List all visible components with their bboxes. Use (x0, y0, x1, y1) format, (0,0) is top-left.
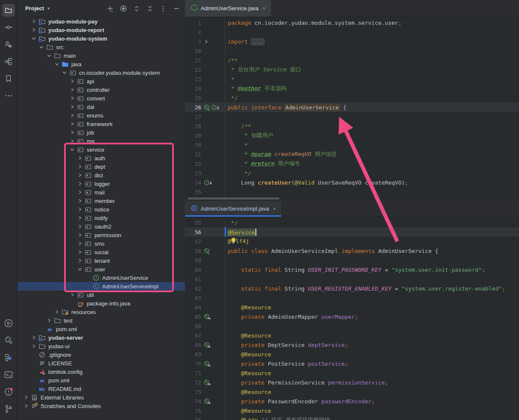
code-line-72[interactable]: 72 private PermissionService permissionS… (185, 378, 519, 387)
code-line-28[interactable]: 28 /** (185, 121, 519, 131)
pull-requests-icon[interactable]: ? (0, 36, 17, 53)
tree-item-mq[interactable]: mq (18, 137, 185, 145)
chevron-right-icon[interactable] (76, 256, 84, 265)
tab-adminuserservice[interactable]: I AdminUserService.java × (185, 0, 271, 17)
code-line-62[interactable]: 62 static final String USER_REGISTER_ENA… (185, 284, 519, 293)
code-line-63[interactable]: 63 (185, 293, 519, 303)
code-line-65[interactable]: 65 private AdminUserMapper userMapper; (185, 312, 519, 321)
problems-icon[interactable] (0, 383, 17, 400)
code-line-31[interactable]: 31 * @param createReqVO 用户信息 (185, 150, 519, 159)
code-line-2[interactable]: 2 (185, 27, 519, 37)
chevron-right-icon[interactable] (76, 154, 84, 162)
tree-item-controller[interactable]: controller (18, 85, 185, 94)
code-line-56[interactable]: 56@Service (185, 227, 519, 237)
tree-item-job[interactable]: job (18, 128, 185, 137)
tree-item-member[interactable]: member (18, 197, 185, 205)
chevron-down-icon[interactable] (29, 34, 38, 43)
code-line-32[interactable]: 32 * @return 用户编号 (185, 159, 519, 168)
tree-item-tenant[interactable]: tenant (18, 256, 185, 265)
code-line-74[interactable]: 74 private PasswordEncoder passwordEncod… (185, 397, 519, 406)
tree-item-cn-iocoder-yudao-module-system[interactable]: cn.iocoder.yudao.module.system (18, 68, 185, 77)
fold-chevron-icon[interactable] (204, 39, 208, 44)
chevron-right-icon[interactable] (68, 291, 76, 299)
tree-item-adminuserserviceimpl[interactable]: CAdminUserServiceImpl (18, 282, 185, 291)
tree-item-notice[interactable]: notice (18, 205, 185, 214)
horizontal-scrollbar[interactable] (188, 197, 279, 200)
code-line-34[interactable]: 34I Long createUser(@Valid UserSaveReqVO… (185, 178, 519, 187)
code-line-26[interactable]: 26Ipublic interface AdminUserService { (185, 103, 519, 112)
chevron-right-icon[interactable] (76, 171, 84, 179)
chevron-right-icon[interactable] (29, 333, 38, 342)
chevron-right-icon[interactable] (68, 128, 76, 137)
code-line-75[interactable]: 75 @Resource (185, 406, 519, 415)
bean-icon[interactable] (204, 104, 210, 111)
editor-adminuserservice[interactable]: 1package cn.iocoder.yudao.module.system.… (185, 17, 519, 201)
chevron-right-icon[interactable] (76, 222, 84, 231)
tree-item-sms[interactable]: sms (18, 239, 185, 248)
chevron-right-icon[interactable] (53, 308, 61, 316)
code-line-20[interactable]: 20 (185, 46, 519, 56)
autowired-icon[interactable] (204, 314, 211, 320)
chevron-down-icon[interactable] (60, 68, 68, 77)
code-line-58[interactable]: 58public class AdminUserServiceImpl impl… (185, 246, 519, 256)
add-icon[interactable] (105, 3, 115, 14)
tab-adminuserserviceimpl[interactable]: C AdminUserServiceImpl.java × (185, 201, 281, 217)
tree-item-main[interactable]: main (18, 51, 185, 60)
chevron-right-icon[interactable] (68, 94, 76, 103)
tree-item-package-info-java[interactable]: package-info.java (18, 299, 185, 308)
tree-item-user[interactable]: user (18, 265, 185, 273)
tree-item-pom-xml[interactable]: mpom.xml (18, 376, 185, 385)
code-line-23[interactable]: 23 * (185, 74, 519, 84)
tree-item-convert[interactable]: convert (18, 94, 185, 103)
close-icon[interactable]: × (272, 206, 276, 212)
chevron-right-icon[interactable] (68, 111, 76, 120)
code-line-25[interactable]: 25 */ (185, 93, 519, 103)
autowired-icon[interactable] (204, 361, 211, 367)
tree-item-readme-md[interactable]: MREADME.md (18, 385, 185, 393)
chevron-right-icon[interactable] (45, 316, 53, 325)
tree-item-auth[interactable]: auth (18, 154, 185, 162)
code-line-35[interactable]: 35 (185, 187, 519, 197)
tree-item-yudao-server[interactable]: yudao-server (18, 333, 185, 342)
close-icon[interactable]: × (261, 5, 266, 12)
tree-item-api[interactable]: api (18, 77, 185, 85)
tree-item-social[interactable]: social (18, 248, 185, 256)
code-line-67[interactable]: 67 @Resource (185, 331, 519, 340)
tree-item-logger[interactable]: logger (18, 179, 185, 188)
tree-item-dict[interactable]: dict (18, 171, 185, 179)
intention-bulb-icon[interactable] (230, 237, 237, 245)
chevron-right-icon[interactable] (76, 239, 84, 248)
tree-item-service[interactable]: service (18, 145, 185, 154)
code-line-1[interactable]: 1package cn.iocoder.yudao.module.system.… (185, 18, 519, 27)
tree-item-test[interactable]: test (18, 316, 185, 325)
code-line-57[interactable]: 57@lf4j (185, 237, 519, 246)
chevron-right-icon[interactable] (68, 120, 76, 128)
collapse-all-icon[interactable] (145, 3, 155, 14)
tree-item-license[interactable]: LICENSE (18, 359, 185, 367)
chevron-down-icon[interactable] (45, 51, 53, 60)
locate-icon[interactable] (118, 3, 129, 14)
chevron-right-icon[interactable] (76, 231, 84, 239)
code-line-66[interactable]: 66 (185, 321, 519, 331)
chevron-right-icon[interactable] (68, 77, 76, 85)
code-line-22[interactable]: 22 * 后台用户 Service 接口 (185, 65, 519, 74)
tree-item-yudao-ui[interactable]: yudao-ui (18, 342, 185, 350)
tree-item-enums[interactable]: enums (18, 111, 185, 120)
chevron-right-icon[interactable] (76, 248, 84, 256)
tree-item-scratches-and-consoles[interactable]: Scratches and Consoles (18, 402, 185, 410)
tree-item-src[interactable]: src (18, 43, 185, 51)
chevron-right-icon[interactable] (29, 342, 38, 350)
terminal-icon[interactable] (0, 366, 17, 383)
commit-icon[interactable] (0, 19, 17, 36)
code-line-71[interactable]: 71 @Resource (185, 368, 519, 378)
project-panel-title[interactable]: Project (25, 5, 44, 12)
implementations-icon[interactable]: I (204, 179, 213, 186)
chevron-right-icon[interactable] (22, 393, 30, 402)
chevron-right-icon[interactable] (29, 26, 38, 34)
code-line-3[interactable]: 3import ... (185, 37, 519, 46)
tree-item-adminuserservice[interactable]: IAdminUserService (18, 273, 185, 282)
chevron-down-icon[interactable] (76, 265, 84, 273)
more-tools-icon[interactable] (0, 87, 17, 104)
tree-item-util[interactable]: util (18, 291, 185, 299)
autowired-icon[interactable] (204, 342, 211, 348)
